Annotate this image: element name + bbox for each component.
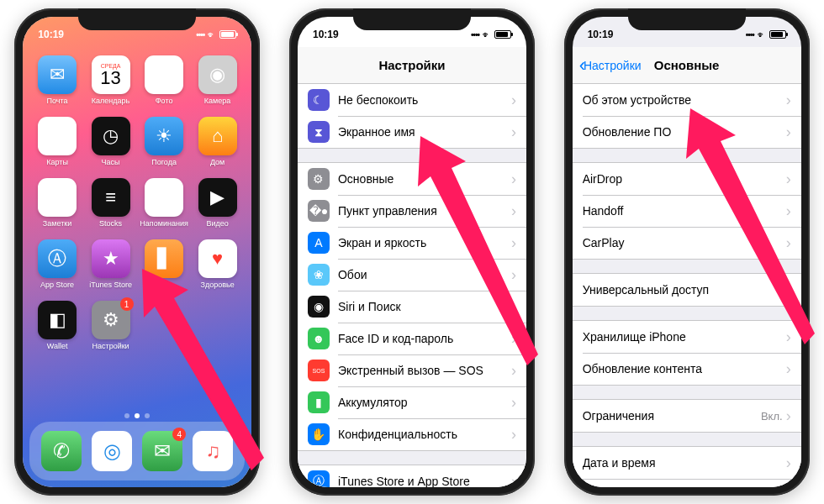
app-tv[interactable]: ▶︎Видео xyxy=(193,178,242,228)
app-itunes[interactable]: ★iTunes Store xyxy=(87,239,135,289)
health-icon: ♥︎ xyxy=(198,239,237,278)
app-home-app[interactable]: ⌂Дом xyxy=(193,117,242,166)
row-label: Handoff xyxy=(583,204,786,218)
settings-group: Универсальный доступ› xyxy=(573,273,801,307)
itunes-icon: ★ xyxy=(92,239,130,278)
app-photos[interactable]: ❃Фото xyxy=(140,55,188,105)
app-mail[interactable]: ✉︎Почта xyxy=(33,55,82,105)
home-screen: ✉︎ПочтаСРЕДА13Календарь❃Фото◉Камера⌖Карт… xyxy=(23,17,251,487)
row-airdrop[interactable]: AirDrop› xyxy=(573,163,801,195)
row-about[interactable]: Об этом устройстве› xyxy=(573,84,801,116)
battery-icon xyxy=(219,30,236,39)
row-battery[interactable]: ▮Аккумулятор› xyxy=(298,386,526,418)
reminders-icon: ≣ xyxy=(145,178,183,217)
row-storage[interactable]: Хранилище iPhone› xyxy=(573,321,801,353)
app-maps[interactable]: ⌖Карты xyxy=(33,117,82,166)
settings-group: Дата и время›Клавиатура› xyxy=(573,446,801,487)
row-accessibility[interactable]: Универсальный доступ› xyxy=(573,274,801,306)
battery-icon: ▮ xyxy=(308,391,330,413)
row-label: Обои xyxy=(338,268,511,281)
page-indicator[interactable] xyxy=(23,413,251,418)
chevron-right-icon: › xyxy=(786,171,791,188)
row-general[interactable]: ⚙︎Основные› xyxy=(298,163,526,195)
row-itunesapp[interactable]: ⒶiTunes Store и App Store› xyxy=(298,465,526,487)
app-calendar[interactable]: СРЕДА13Календарь xyxy=(87,55,135,105)
app-clock[interactable]: ◷Часы xyxy=(87,117,135,166)
row-label: AirDrop xyxy=(583,172,786,186)
general-list[interactable]: Об этом устройстве›Обновление ПО›AirDrop… xyxy=(573,84,801,487)
row-label: Об этом устройстве xyxy=(583,93,786,107)
settings-icon: ⚙︎1 xyxy=(92,301,130,339)
chevron-right-icon: › xyxy=(511,394,516,412)
dock-music[interactable]: ♫ xyxy=(193,431,233,471)
dock-phone[interactable]: ✆ xyxy=(41,431,82,471)
chevron-right-icon: › xyxy=(786,281,791,299)
app-label: Погода xyxy=(151,158,177,166)
notch xyxy=(353,8,471,30)
row-label: Siri и Поиск xyxy=(338,300,511,313)
chevron-right-icon: › xyxy=(511,202,516,220)
back-label: Настройки xyxy=(584,59,642,72)
settings-group: ⒶiTunes Store и App Store›◧Wallet и Appl… xyxy=(298,465,526,487)
row-keyboard[interactable]: Клавиатура› xyxy=(573,479,801,487)
app-books[interactable]: ▋Книги xyxy=(140,239,188,289)
row-datetime[interactable]: Дата и время› xyxy=(573,447,801,479)
tv-icon: ▶︎ xyxy=(198,178,237,217)
nav-bar: Настройки xyxy=(298,47,526,84)
chevron-right-icon: › xyxy=(786,407,791,425)
row-label: Экранное имя xyxy=(338,125,511,139)
row-carplay[interactable]: CarPlay› xyxy=(573,227,801,259)
chevron-right-icon: › xyxy=(511,473,516,488)
row-faceid[interactable]: ☻Face ID и код-пароль› xyxy=(298,323,526,354)
app-weather[interactable]: ☀︎Погода xyxy=(140,117,188,166)
row-display[interactable]: AЭкран и яркость› xyxy=(298,227,526,259)
row-sos[interactable]: SOSЭкстренный вызов — SOS› xyxy=(298,354,526,386)
camera-icon: ◉ xyxy=(198,55,237,94)
general-icon: ⚙︎ xyxy=(308,168,330,190)
screentime-icon: ⧗ xyxy=(308,121,330,143)
app-stocks[interactable]: ≡Stocks xyxy=(87,178,135,228)
weather-icon: ☀︎ xyxy=(145,117,183,155)
row-siri[interactable]: ◉Siri и Поиск› xyxy=(298,291,526,323)
app-label: Заметки xyxy=(43,219,71,228)
app-label: App Store xyxy=(40,281,74,289)
nav-bar: ‹ Настройки Основные xyxy=(573,47,801,84)
app-health[interactable]: ♥︎Здоровье xyxy=(193,239,242,289)
row-label: CarPlay xyxy=(583,236,786,249)
dock-messages[interactable]: ✉︎4 xyxy=(142,431,182,471)
app-label: iTunes Store xyxy=(89,281,132,289)
status-time: 10:19 xyxy=(313,29,339,40)
row-wallpaper[interactable]: ❀Обои› xyxy=(298,259,526,291)
app-label: Stocks xyxy=(99,219,122,228)
chevron-right-icon: › xyxy=(786,454,791,472)
row-label: Face ID и код-пароль xyxy=(338,332,511,345)
settings-group: ⚙︎Основные›�● Пункт управления›AЭкран и … xyxy=(298,162,526,451)
row-refresh[interactable]: Обновление контента› xyxy=(573,353,801,385)
photos-icon: ❃ xyxy=(145,55,183,94)
chevron-right-icon: › xyxy=(786,123,791,141)
row-control[interactable]: �● Пункт управления› xyxy=(298,195,526,227)
row-label: iTunes Store и App Store xyxy=(338,475,511,487)
maps-icon: ⌖ xyxy=(38,117,77,155)
row-handoff[interactable]: Handoff› xyxy=(573,195,801,227)
app-appstore[interactable]: ⒶApp Store xyxy=(33,239,82,289)
back-button[interactable]: ‹ Настройки xyxy=(579,56,642,75)
signal-icon xyxy=(196,30,204,39)
app-notes[interactable]: ✎Заметки xyxy=(33,178,82,228)
app-label: Книги xyxy=(154,281,174,289)
badge: 4 xyxy=(172,428,186,441)
row-privacy[interactable]: ✋Конфиденциальность› xyxy=(298,418,526,450)
calendar-icon: СРЕДА13 xyxy=(92,55,130,94)
settings-list[interactable]: ☾Не беспокоить›⧗Экранное имя›⚙︎Основные›… xyxy=(298,84,526,487)
dock-safari[interactable]: ◎ xyxy=(92,431,132,471)
app-settings[interactable]: ⚙︎1Настройки xyxy=(87,301,135,350)
row-label: Дата и время xyxy=(583,456,786,470)
app-reminders[interactable]: ≣Напоминания xyxy=(140,178,188,228)
row-screentime[interactable]: ⧗Экранное имя› xyxy=(298,116,526,148)
row-update[interactable]: Обновление ПО› xyxy=(573,116,801,148)
row-restrictions[interactable]: ОграниченияВкл.› xyxy=(573,400,801,432)
app-wallet[interactable]: ◧Wallet xyxy=(33,301,82,350)
app-camera[interactable]: ◉Камера xyxy=(193,55,242,105)
row-label: Обновление ПО xyxy=(583,125,786,139)
row-dnd[interactable]: ☾Не беспокоить› xyxy=(298,84,526,116)
